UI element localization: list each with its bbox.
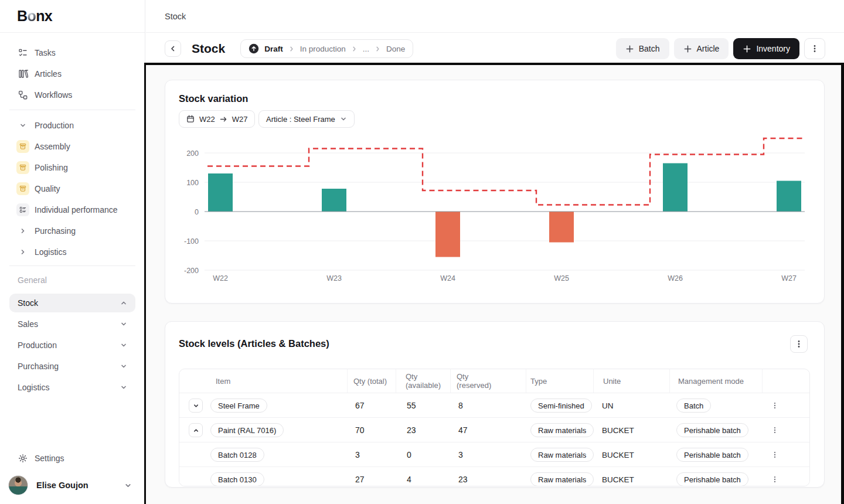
sidebar-item-label: Stock	[18, 298, 38, 308]
workflow-step-done: Done	[386, 45, 405, 53]
qty-available-value: 4	[407, 467, 411, 486]
sidebar-nav: Tasks Articles Workflows Production A	[0, 33, 145, 397]
table-row: Steel Frame 67 55 8 Semi-finished UN Bat…	[179, 393, 810, 417]
add-article-button[interactable]: Article	[674, 38, 729, 59]
svg-text:W25: W25	[554, 274, 569, 282]
avatar	[8, 475, 28, 495]
unit-value: BUCKET	[602, 451, 634, 459]
row-kebab-button[interactable]	[768, 399, 782, 413]
table-row: Paint (RAL 7016) 70 23 47 Raw materials …	[179, 417, 810, 442]
type-chip: Raw materials	[530, 448, 594, 462]
qty-total-value: 67	[355, 393, 365, 418]
column-header-type: Type	[530, 369, 547, 393]
row-kebab-button[interactable]	[768, 423, 782, 437]
sidebar-item-label: Settings	[35, 454, 64, 463]
kebab-menu-icon	[771, 451, 779, 459]
qty-reserved-value: 47	[458, 418, 468, 442]
sidebar-item-label: Polishing	[35, 163, 68, 172]
user-menu[interactable]: Elise Goujon	[6, 474, 139, 497]
item-chip: Steel Frame	[210, 399, 267, 413]
articles-icon	[16, 67, 29, 80]
svg-text:W26: W26	[668, 274, 683, 282]
sidebar-item-logistics[interactable]: Logistics	[9, 241, 135, 263]
kebab-menu-icon	[771, 475, 779, 483]
chevron-up-icon	[193, 427, 199, 434]
svg-text:200: 200	[186, 149, 199, 158]
station-box-icon	[16, 161, 29, 174]
add-batch-button[interactable]: Batch	[616, 38, 669, 59]
sidebar-item-sales[interactable]: Sales	[9, 315, 135, 333]
stock-levels-table: Item Qty (total) Qty (available) Qty (re…	[179, 369, 810, 486]
column-header-qty-reserved: Qty (reserved)	[457, 369, 498, 393]
expand-row-button[interactable]	[189, 399, 203, 413]
sidebar-item-settings[interactable]: Settings	[9, 448, 135, 469]
qty-available-value: 55	[407, 393, 416, 418]
sidebar-item-tasks[interactable]: Tasks	[9, 42, 135, 63]
tasks-icon	[16, 46, 29, 59]
svg-text:-100: -100	[184, 237, 199, 246]
chevron-right-icon	[16, 224, 29, 237]
qty-available-value: 23	[407, 418, 416, 442]
brand-logo: Bonx	[0, 0, 145, 33]
sidebar-item-articles[interactable]: Articles	[9, 63, 135, 84]
row-kebab-button[interactable]	[768, 448, 782, 462]
sidebar-group-label: Production	[35, 121, 74, 130]
column-header-item: Item	[216, 369, 230, 393]
sidebar-group-production[interactable]: Production	[9, 115, 135, 136]
unit-value: BUCKET	[602, 475, 634, 484]
workflow-status-pill[interactable]: Draft In production ... Done	[240, 39, 413, 58]
chevron-down-icon	[120, 384, 127, 391]
plus-icon	[625, 45, 634, 53]
svg-text:W23: W23	[326, 274, 342, 282]
sidebar-item-label: Tasks	[35, 48, 56, 57]
sidebar-item-production-general[interactable]: Production	[9, 336, 135, 355]
sidebar-item-logistics-general[interactable]: Logistics	[9, 378, 135, 397]
sidebar-item-assembly[interactable]: Assembly	[9, 136, 135, 157]
management-mode-chip: Perishable batch	[676, 472, 748, 486]
sidebar-item-quality[interactable]: Quality	[9, 178, 135, 199]
station-box-icon	[16, 140, 29, 153]
page-header: Stock Draft In production ... Done Batch…	[146, 33, 844, 64]
sidebar-item-workflows[interactable]: Workflows	[9, 84, 135, 105]
column-header-qty-available: Qty (available)	[406, 369, 447, 393]
column-header-unit: Unite	[603, 369, 621, 393]
unit-value: BUCKET	[602, 426, 634, 435]
stock-levels-card: Stock levels (Articles & Batches) Item Q…	[165, 321, 825, 488]
row-kebab-button[interactable]	[768, 472, 782, 486]
qty-reserved-value: 3	[458, 442, 463, 467]
add-inventory-button[interactable]: Inventory	[733, 38, 799, 59]
workflow-step-ellipsis: ...	[363, 45, 369, 53]
collapse-row-button[interactable]	[189, 423, 203, 437]
chevron-down-icon	[124, 482, 132, 489]
chevron-down-icon	[120, 321, 127, 328]
qty-available-value: 0	[407, 442, 411, 467]
sidebar-item-purchasing-general[interactable]: Purchasing	[9, 357, 135, 376]
item-chip: Batch 0128	[210, 448, 264, 462]
chevron-left-icon	[169, 45, 176, 52]
svg-text:-200: -200	[184, 267, 199, 275]
back-button[interactable]	[165, 40, 181, 57]
chevron-up-icon	[120, 299, 127, 307]
kebab-menu-icon	[771, 426, 779, 434]
workflow-step-in-production: In production	[300, 45, 346, 53]
table-kebab-button[interactable]	[790, 335, 808, 353]
chevron-right-icon	[16, 246, 29, 258]
sidebar-item-polishing[interactable]: Polishing	[9, 157, 135, 178]
status-circle-up-icon	[249, 43, 259, 54]
management-mode-chip: Perishable batch	[676, 423, 748, 437]
svg-text:W22: W22	[213, 274, 228, 282]
chevron-down-icon	[120, 342, 127, 349]
sidebar-item-individual-performance[interactable]: Individual performance	[9, 199, 135, 220]
sidebar-bottom: Settings Elise Goujon	[0, 448, 145, 497]
table-row: Batch 0130 27 4 23 Raw materials BUCKET …	[179, 466, 810, 486]
kebab-menu-icon	[794, 339, 804, 349]
item-chip: Batch 0130	[210, 472, 264, 486]
header-kebab-button[interactable]	[804, 38, 825, 59]
chevron-down-icon	[16, 119, 29, 132]
sidebar-item-stock[interactable]: Stock	[9, 294, 135, 312]
sidebar-item-purchasing[interactable]: Purchasing	[9, 220, 135, 241]
breadcrumb: Stock	[165, 12, 186, 21]
type-chip: Semi-finished	[530, 399, 592, 413]
sidebar: Bonx Tasks Articles Workflows Producti	[0, 0, 145, 504]
sidebar-item-label: Articles	[35, 69, 62, 79]
